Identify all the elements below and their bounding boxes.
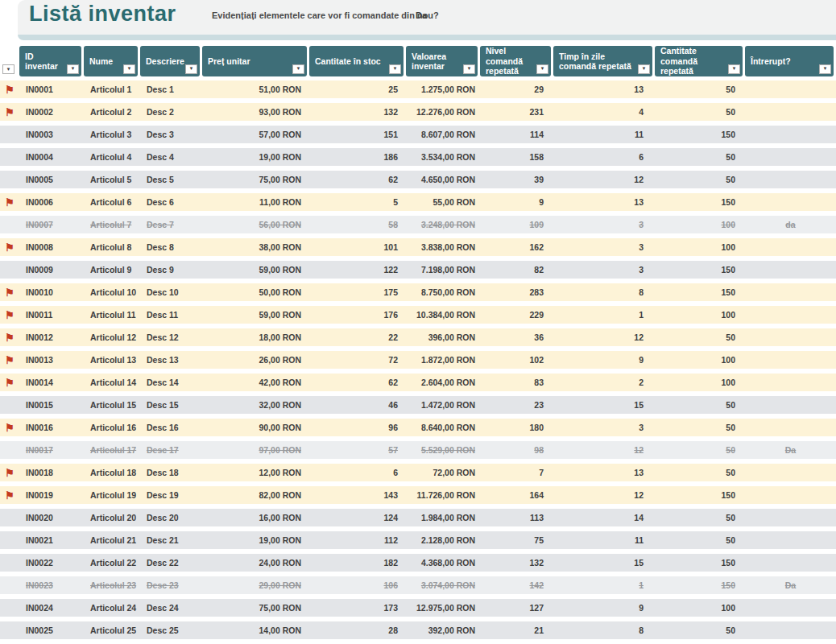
cell-reorder_level[interactable]: 114 [480, 126, 553, 143]
cell-reorder_days[interactable]: 8 [553, 283, 655, 301]
cell-flag[interactable]: ⚑ [0, 328, 19, 346]
cell-qty[interactable]: 22 [309, 328, 406, 346]
cell-unit_price[interactable]: 75,00 RON [202, 171, 309, 188]
cell-id[interactable]: IN0008 [19, 238, 84, 256]
cell-qty[interactable]: 176 [309, 306, 406, 324]
cell-reorder_qty[interactable]: 150 [655, 486, 745, 504]
cell-name[interactable]: Articolul 16 [84, 419, 140, 436]
cell-reorder_days[interactable]: 1 [553, 306, 655, 324]
cell-reorder_days[interactable]: 3 [553, 419, 655, 436]
cell-description[interactable]: Desc 17 [140, 441, 202, 459]
cell-reorder_days[interactable]: 12 [553, 441, 655, 459]
cell-reorder_qty[interactable]: 150 [655, 283, 745, 301]
cell-unit_price[interactable]: 14,00 RON [202, 621, 309, 639]
cell-id[interactable]: IN0020 [19, 509, 84, 526]
cell-qty[interactable]: 175 [309, 283, 406, 301]
cell-unit_price[interactable]: 19,00 RON [202, 148, 309, 166]
cell-id[interactable]: IN0022 [19, 554, 84, 572]
cell-reorder_level[interactable]: 39 [480, 171, 553, 188]
cell-description[interactable]: Desc 8 [140, 238, 202, 256]
cell-description[interactable]: Desc 13 [140, 351, 202, 369]
cell-discontinued[interactable] [745, 238, 836, 256]
cell-reorder_qty[interactable]: 50 [655, 396, 745, 414]
cell-unit_price[interactable]: 51,00 RON [202, 80, 309, 98]
cell-flag[interactable]: ⚑ [0, 306, 19, 324]
cell-reorder_level[interactable]: 29 [480, 80, 553, 98]
cell-name[interactable]: Articolul 20 [84, 509, 140, 526]
cell-value[interactable]: 5.529,00 RON [406, 441, 480, 459]
cell-description[interactable]: Desc 12 [140, 328, 202, 346]
filter-dropdown-icon[interactable]: ▼ [536, 64, 548, 74]
cell-name[interactable]: Articolul 5 [84, 171, 140, 188]
cell-reorder_days[interactable]: 6 [553, 148, 655, 166]
filter-dropdown-icon[interactable]: ▼ [292, 64, 304, 74]
cell-unit_price[interactable]: 59,00 RON [202, 261, 309, 279]
cell-flag[interactable]: ⚑ [0, 351, 19, 369]
cell-reorder_days[interactable]: 11 [553, 531, 655, 549]
cell-qty[interactable]: 46 [309, 396, 406, 414]
filter-dropdown-icon[interactable]: ▼ [819, 64, 831, 74]
cell-name[interactable]: Articolul 3 [84, 126, 140, 143]
cell-id[interactable]: IN0005 [19, 171, 84, 188]
cell-flag[interactable]: ⚑ [0, 374, 19, 391]
cell-unit_price[interactable]: 56,00 RON [202, 216, 309, 233]
cell-id[interactable]: IN0017 [19, 441, 84, 459]
cell-unit_price[interactable]: 90,00 RON [202, 419, 309, 436]
cell-unit_price[interactable]: 12,00 RON [202, 464, 309, 481]
cell-reorder_qty[interactable]: 100 [655, 216, 745, 233]
cell-description[interactable]: Desc 3 [140, 126, 202, 143]
cell-name[interactable]: Articolul 24 [84, 599, 140, 617]
cell-flag[interactable] [0, 554, 19, 572]
cell-name[interactable]: Articolul 17 [84, 441, 140, 459]
cell-description[interactable]: Desc 1 [140, 80, 202, 98]
filter-dropdown-icon[interactable]: ▼ [185, 64, 197, 74]
cell-value[interactable]: 1.472,00 RON [406, 396, 480, 414]
cell-reorder_days[interactable]: 12 [553, 328, 655, 346]
cell-reorder_days[interactable]: 9 [553, 599, 655, 617]
cell-flag[interactable]: ⚑ [0, 283, 19, 301]
cell-reorder_qty[interactable]: 50 [655, 419, 745, 436]
cell-unit_price[interactable]: 97,00 RON [202, 441, 309, 459]
cell-flag[interactable] [0, 148, 19, 166]
cell-reorder_days[interactable]: 13 [553, 464, 655, 481]
cell-id[interactable]: IN0016 [19, 419, 84, 436]
cell-reorder_level[interactable]: 229 [480, 306, 553, 324]
cell-value[interactable]: 2.128,00 RON [406, 531, 480, 549]
cell-reorder_days[interactable]: 1 [553, 576, 655, 594]
cell-name[interactable]: Articolul 15 [84, 396, 140, 414]
cell-reorder_days[interactable]: 9 [553, 351, 655, 369]
cell-name[interactable]: Articolul 14 [84, 374, 140, 391]
cell-flag[interactable] [0, 531, 19, 549]
cell-value[interactable]: 4.368,00 RON [406, 554, 480, 572]
cell-reorder_level[interactable]: 75 [480, 531, 553, 549]
cell-reorder_level[interactable]: 109 [480, 216, 553, 233]
cell-reorder_qty[interactable]: 50 [655, 80, 745, 98]
cell-unit_price[interactable]: 57,00 RON [202, 126, 309, 143]
cell-reorder_level[interactable]: 162 [480, 238, 553, 256]
cell-qty[interactable]: 25 [309, 80, 406, 98]
cell-value[interactable]: 8.607,00 RON [406, 126, 480, 143]
cell-reorder_qty[interactable]: 50 [655, 171, 745, 188]
cell-unit_price[interactable]: 42,00 RON [202, 374, 309, 391]
cell-value[interactable]: 8.750,00 RON [406, 283, 480, 301]
column-header-chip-unit_price[interactable]: Preț unitar▼ [202, 46, 307, 76]
cell-qty[interactable]: 6 [309, 464, 406, 481]
cell-reorder_days[interactable]: 3 [553, 238, 655, 256]
cell-flag[interactable] [0, 599, 19, 617]
cell-reorder_days[interactable]: 8 [553, 621, 655, 639]
cell-reorder_qty[interactable]: 50 [655, 441, 745, 459]
cell-reorder_days[interactable]: 2 [553, 374, 655, 391]
cell-reorder_days[interactable]: 12 [553, 171, 655, 188]
cell-description[interactable]: Desc 10 [140, 283, 202, 301]
cell-reorder_level[interactable]: 36 [480, 328, 553, 346]
cell-name[interactable]: Articolul 11 [84, 306, 140, 324]
cell-unit_price[interactable]: 19,00 RON [202, 531, 309, 549]
cell-flag[interactable]: ⚑ [0, 80, 19, 98]
cell-flag[interactable] [0, 216, 19, 233]
cell-description[interactable]: Desc 4 [140, 148, 202, 166]
cell-reorder_qty[interactable]: 100 [655, 306, 745, 324]
cell-id[interactable]: IN0001 [19, 80, 84, 98]
cell-id[interactable]: IN0003 [19, 126, 84, 143]
cell-description[interactable]: Desc 7 [140, 216, 202, 233]
cell-discontinued[interactable] [745, 599, 836, 617]
